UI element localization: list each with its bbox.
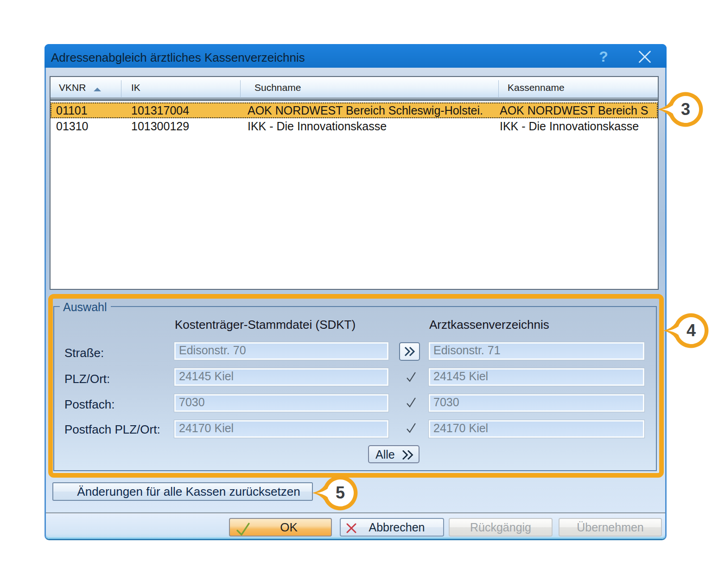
svg-text:4: 4 [687,321,696,340]
svg-text:3: 3 [681,100,690,119]
svg-text:5: 5 [336,483,345,502]
